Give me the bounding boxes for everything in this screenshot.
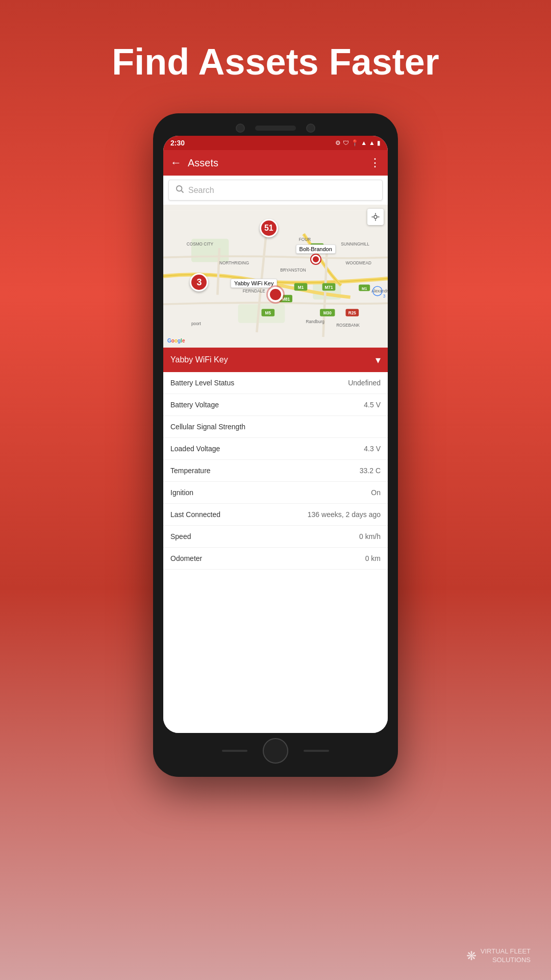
svg-text:SUNNINGHILL: SUNNINGHILL xyxy=(341,242,369,247)
svg-text:M71: M71 xyxy=(324,285,333,290)
detail-row: Speed0 km/h xyxy=(163,526,388,548)
camera-dot-1 xyxy=(236,124,245,133)
detail-value: 4.3 V xyxy=(364,445,381,453)
detail-label: Ignition xyxy=(170,488,193,497)
map-pin-51: 51 xyxy=(260,219,278,237)
status-time: 2:30 xyxy=(170,139,185,147)
svg-text:ROSEBANK: ROSEBANK xyxy=(336,323,360,328)
detail-label: Cellular Signal Strength xyxy=(170,423,245,431)
detail-row: Temperature33.2 C xyxy=(163,460,388,482)
search-icon xyxy=(175,184,184,196)
map-pin-3: 3 xyxy=(190,273,208,291)
svg-text:FERNDALE: FERNDALE xyxy=(243,289,266,293)
signal-icon: ▲ xyxy=(369,139,375,146)
map-label-bolt-brandon: Bolt-Brandon xyxy=(296,243,336,264)
detail-label: Battery Voltage xyxy=(170,401,219,409)
detail-label: Odometer xyxy=(170,554,202,562)
detail-row: Cellular Signal Strength xyxy=(163,416,388,438)
detail-row: Loaded Voltage4.3 V xyxy=(163,438,388,460)
detail-value: Undefined xyxy=(348,379,381,387)
detail-label: Speed xyxy=(170,532,191,541)
back-button[interactable]: ← xyxy=(170,156,182,169)
map-view[interactable]: M71 M71 M1 M5 M30 R25 COSMO CITY xyxy=(163,205,388,348)
wifi-icon: ▲ xyxy=(361,139,367,146)
svg-text:M5: M5 xyxy=(265,311,271,315)
svg-text:Alexandra: Alexandra xyxy=(371,289,388,293)
branding-icon: ❋ xyxy=(466,949,477,963)
detail-row: IgnitionOn xyxy=(163,482,388,504)
svg-text:M30: M30 xyxy=(323,311,332,315)
phone-screen: 2:30 ⚙ 🛡 📍 ▲ ▲ ▮ ← Assets ⋮ xyxy=(163,136,388,733)
asset-panel-title: Yabby WiFi Key xyxy=(170,355,228,364)
svg-text:M1: M1 xyxy=(298,285,304,290)
google-logo: Google xyxy=(167,338,185,344)
svg-text:FOUR: FOUR xyxy=(299,237,311,242)
detail-value: 0 km/h xyxy=(359,532,381,541)
svg-text:M1: M1 xyxy=(362,286,367,291)
detail-value: 0 km xyxy=(365,554,381,562)
asset-details-list: Battery Level StatusUndefinedBattery Vol… xyxy=(163,372,388,733)
settings-icon: ⚙ xyxy=(335,139,341,146)
shield-icon: 🛡 xyxy=(343,139,349,146)
app-bar: ← Assets ⋮ xyxy=(163,150,388,176)
detail-row: Battery Level StatusUndefined xyxy=(163,372,388,394)
phone-camera-bar xyxy=(163,124,388,133)
detail-row: Last Connected136 weeks, 2 days ago xyxy=(163,504,388,526)
detail-value: 136 weeks, 2 days ago xyxy=(308,510,381,519)
asset-panel-chevron-icon: ▾ xyxy=(375,354,381,366)
search-bar[interactable]: Search xyxy=(168,180,383,201)
status-bar: 2:30 ⚙ 🛡 📍 ▲ ▲ ▮ xyxy=(163,136,388,150)
detail-label: Loaded Voltage xyxy=(170,445,220,453)
svg-point-0 xyxy=(177,186,182,191)
phone-recents-bar xyxy=(304,750,329,752)
detail-value: 4.5 V xyxy=(364,401,381,409)
detail-label: Last Connected xyxy=(170,510,220,519)
phone-back-bar xyxy=(222,750,247,752)
phone-device: 2:30 ⚙ 🛡 📍 ▲ ▲ ▮ ← Assets ⋮ xyxy=(153,113,398,777)
svg-text:WOODMEAD: WOODMEAD xyxy=(346,261,371,265)
battery-icon: ▮ xyxy=(377,139,381,146)
detail-row: Odometer0 km xyxy=(163,548,388,570)
map-active-pin xyxy=(268,287,283,302)
detail-label: Battery Level Status xyxy=(170,379,234,387)
svg-text:NORTHRIDING: NORTHRIDING xyxy=(219,261,249,265)
svg-text:COSMO CITY: COSMO CITY xyxy=(187,242,214,247)
speaker-grille xyxy=(255,126,296,131)
overflow-menu-button[interactable]: ⋮ xyxy=(369,156,381,169)
map-label-yabby: Yabby WiFi Key xyxy=(231,278,277,288)
svg-text:BRYANSTON: BRYANSTON xyxy=(280,268,306,273)
svg-text:R25: R25 xyxy=(348,311,357,315)
svg-point-35 xyxy=(374,215,377,218)
svg-text:poort: poort xyxy=(191,322,202,326)
svg-text:Randburg: Randburg xyxy=(306,320,325,324)
detail-label: Temperature xyxy=(170,467,211,475)
detail-row: Battery Voltage4.5 V xyxy=(163,394,388,416)
phone-bottom-bar xyxy=(163,733,388,767)
app-bar-title: Assets xyxy=(188,157,363,169)
branding-text: VIRTUAL FLEET SOLUTIONS xyxy=(481,947,531,965)
status-icons: ⚙ 🛡 📍 ▲ ▲ ▮ xyxy=(335,139,381,146)
branding: ❋ VIRTUAL FLEET SOLUTIONS xyxy=(466,947,531,965)
page-title: Find Assets Faster xyxy=(0,41,551,83)
phone-home-button[interactable] xyxy=(263,738,288,764)
map-background: M71 M71 M1 M5 M30 R25 COSMO CITY xyxy=(163,205,388,348)
svg-text:3: 3 xyxy=(383,294,386,299)
search-placeholder: Search xyxy=(188,186,214,195)
svg-line-1 xyxy=(182,191,184,193)
camera-dot-2 xyxy=(306,124,315,133)
locate-me-button[interactable] xyxy=(367,209,384,225)
location-icon: 📍 xyxy=(351,139,359,146)
detail-value: 33.2 C xyxy=(360,467,381,475)
asset-panel-header[interactable]: Yabby WiFi Key ▾ xyxy=(163,348,388,372)
detail-value: On xyxy=(371,488,381,497)
